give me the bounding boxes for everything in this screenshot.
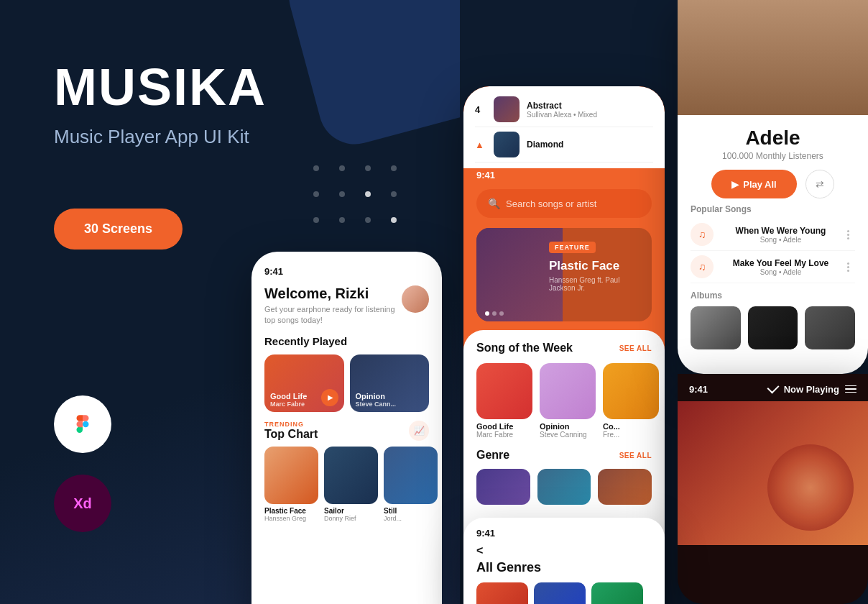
- albums-label: Albums: [691, 290, 855, 301]
- album-thumb-1[interactable]: [691, 306, 741, 349]
- more-options[interactable]: [841, 262, 855, 272]
- genre-card-3[interactable]: [598, 469, 652, 505]
- phone3-artist-screen: Adele 100.000 Monthly Listeners ▶ Play A…: [678, 0, 868, 374]
- chart-item[interactable]: ▲ Diamond: [475, 127, 653, 163]
- song-title: When We Were Young: [721, 226, 841, 236]
- see-all-sotw[interactable]: SEE ALL: [619, 344, 652, 352]
- featured-artist: Hanssen Greg ft. Paul Jackson Jr.: [549, 276, 643, 292]
- song-name: Good Life: [270, 392, 307, 401]
- xd-label: Xd: [73, 495, 92, 512]
- search-bar[interactable]: 🔍 Search songs or artist: [476, 189, 652, 218]
- more-dot: [847, 270, 849, 272]
- tc-card-2[interactable]: Sailor Donny Rief: [324, 447, 378, 522]
- welcome-subtitle: Get your earphone ready for listening to…: [264, 304, 402, 326]
- sotw-card-3[interactable]: Co... Fre...: [603, 363, 659, 439]
- menu-icon[interactable]: [845, 385, 857, 393]
- phone4-controls: Now Playing: [768, 384, 857, 395]
- trending-label: TRENDING: [264, 421, 318, 428]
- play-icon: ▶: [731, 179, 739, 190]
- menu-line: [845, 392, 857, 393]
- sotw-name: Co...: [603, 422, 659, 431]
- now-playing-art: [678, 401, 868, 545]
- trending-icon: 📈: [409, 421, 429, 441]
- artist-name: Adele: [691, 127, 855, 150]
- album-thumb-3[interactable]: [805, 306, 855, 349]
- left-panel: MUSIKA Music Player App UI Kit 30 Screen…: [0, 0, 460, 604]
- menu-line: [845, 385, 857, 387]
- song-row-1[interactable]: ♫ When We Were Young Song • Adele: [691, 219, 855, 251]
- song-icon: ♫: [691, 223, 714, 246]
- see-all-genre[interactable]: SEE ALL: [619, 452, 652, 459]
- chevron-down-icon[interactable]: [767, 382, 779, 394]
- song-type: Song • Adele: [721, 268, 841, 276]
- avatar: [402, 285, 429, 313]
- sotw-card-1[interactable]: Good Life Marc Fabre: [476, 363, 532, 439]
- phone4-status: 9:41: [689, 383, 708, 395]
- album-thumb-2[interactable]: [748, 306, 798, 349]
- song-details: When We Were Young Song • Adele: [721, 226, 841, 244]
- artist-actions: ▶ Play All ⇄: [691, 170, 855, 198]
- brand-subtitle: Music Player App UI Kit: [54, 126, 249, 148]
- rp-card-2[interactable]: Opinion Steve Cann...: [350, 354, 430, 412]
- tc-name: Sailor: [324, 507, 378, 515]
- screens-button[interactable]: 30 Screens: [54, 209, 183, 250]
- genre-mini-3[interactable]: [591, 582, 643, 604]
- genre-card-2[interactable]: [537, 469, 591, 505]
- album-row: [691, 306, 855, 349]
- dot-active: [365, 191, 371, 197]
- play-button-small[interactable]: ▶: [321, 389, 338, 406]
- song-icon: ♫: [691, 255, 714, 278]
- chart-rank-up: ▲: [475, 139, 486, 150]
- chart-title: Abstract: [527, 101, 653, 111]
- chart-item[interactable]: 4 Abstract Sullivan Alexa • Mixed: [475, 92, 653, 127]
- sotw-header: Song of the Week SEE ALL: [476, 342, 652, 354]
- trending-header: TRENDING Top Chart 📈: [264, 421, 429, 441]
- phone5-status: 9:41: [476, 528, 652, 539]
- search-placeholder: Search songs or artist: [506, 198, 596, 209]
- genre-card-1[interactable]: [476, 469, 530, 505]
- song-row-2[interactable]: ♫ Make You Feel My Love Song • Adele: [691, 251, 855, 283]
- featured-dots: [485, 311, 504, 316]
- phone5-all-genres: 9:41 < All Genres: [463, 518, 665, 604]
- chart-info: Abstract Sullivan Alexa • Mixed: [527, 101, 653, 119]
- genre-mini-2[interactable]: [534, 582, 586, 604]
- more-dot: [847, 262, 849, 265]
- recently-played-row: Good Life Marc Fabre ▶ Opinion Steve Can…: [264, 354, 429, 412]
- featured-dot-active: [485, 311, 489, 316]
- recently-played-label: Recently Played: [264, 335, 429, 347]
- sotw-title: Song of the Week: [476, 342, 573, 354]
- chart-icon: 📈: [414, 426, 425, 436]
- phone1-welcome-screen: 9:41 Welcome, Rizki Get your earphone re…: [251, 252, 442, 604]
- song-name: Opinion: [356, 392, 397, 401]
- more-options[interactable]: [841, 230, 855, 239]
- dot: [313, 191, 319, 197]
- welcome-title: Welcome, Rizki: [264, 285, 402, 302]
- genre-title: Genre: [476, 449, 509, 462]
- featured-dot: [499, 311, 504, 316]
- tc-card-3[interactable]: Still Jord...: [384, 447, 438, 522]
- now-playing-label: Now Playing: [784, 384, 839, 395]
- popular-songs-label: Popular Songs: [691, 204, 855, 214]
- tc-artist: Donny Rief: [324, 515, 378, 522]
- tc-name: Still: [384, 507, 438, 515]
- dot: [313, 165, 319, 171]
- sotw-card-2[interactable]: Opinion Steve Canning: [540, 363, 596, 439]
- brand-title: MUSIKA: [54, 58, 267, 116]
- back-arrow-icon[interactable]: <: [476, 544, 652, 557]
- sotw-name: Good Life: [476, 422, 532, 431]
- genre-mini-1[interactable]: [476, 582, 528, 604]
- artist-info: Adele 100.000 Monthly Listeners ▶ Play A…: [678, 115, 868, 361]
- trending-cards: Plastic Face Hanssen Greg Sailor Donny R…: [264, 447, 429, 522]
- tc-card-1[interactable]: Plastic Face Hanssen Greg: [264, 447, 318, 522]
- phone4-header: 9:41 Now Playing: [678, 374, 868, 401]
- chart-info: Diamond: [527, 139, 653, 150]
- play-all-button[interactable]: ▶ Play All: [711, 170, 796, 198]
- chart-thumb-1: [494, 96, 520, 122]
- sotw-artist: Steve Canning: [540, 431, 596, 439]
- rp-card-1[interactable]: Good Life Marc Fabre ▶: [264, 354, 344, 412]
- shuffle-button[interactable]: ⇄: [805, 170, 834, 198]
- sotw-name: Opinion: [540, 422, 596, 431]
- featured-card[interactable]: FEATURE Plastic Face Hanssen Greg ft. Pa…: [476, 228, 652, 321]
- tc-thumb-3: [384, 447, 438, 504]
- dot: [339, 165, 345, 171]
